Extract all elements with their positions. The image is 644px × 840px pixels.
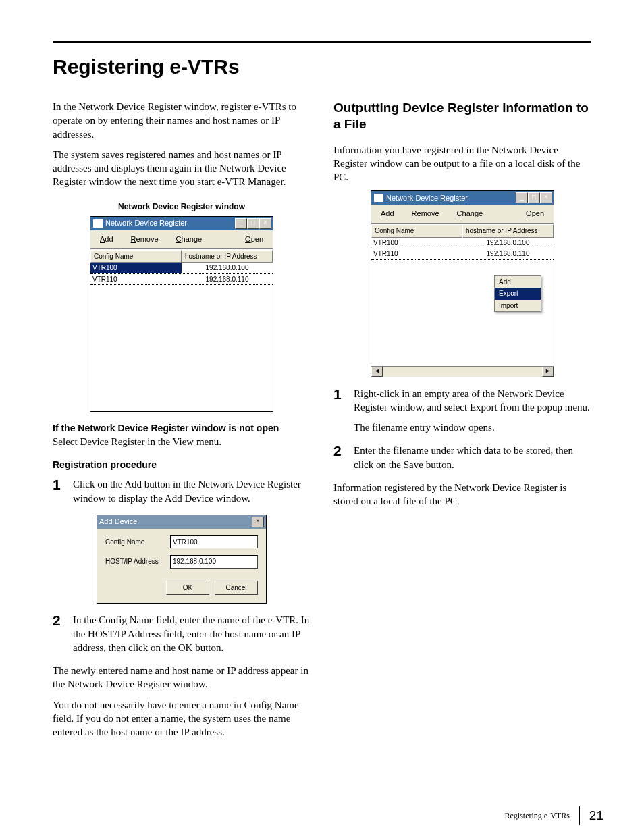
right-column: Outputting Device Register Information t… bbox=[333, 100, 591, 745]
add-button[interactable]: Add bbox=[95, 233, 119, 246]
step-number-1: 1 bbox=[333, 387, 347, 435]
maximize-button[interactable]: □ bbox=[528, 192, 540, 203]
page-footer: Registering e-VTRs 21 bbox=[505, 806, 603, 825]
window2-title-text: Network Device Register bbox=[386, 193, 468, 203]
left-column: In the Network Device Register window, r… bbox=[53, 100, 311, 745]
config-name-input[interactable]: VTR100 bbox=[170, 535, 258, 549]
open-button[interactable]: Open bbox=[240, 233, 269, 246]
change-button[interactable]: Change bbox=[171, 233, 208, 246]
footer-divider bbox=[579, 806, 580, 825]
network-device-register-window: Network Device Register _ □ × Add Remove… bbox=[90, 216, 273, 412]
step-number-2: 2 bbox=[333, 444, 347, 471]
not-open-body: Select Device Register in the View menu. bbox=[53, 436, 221, 447]
context-menu-add[interactable]: Add bbox=[495, 276, 541, 288]
table-row[interactable]: VTR110 192.168.0.110 bbox=[90, 274, 273, 286]
step-number-2: 2 bbox=[53, 613, 66, 654]
table-row[interactable]: VTR100 192.168.0.100 bbox=[90, 263, 273, 274]
app-icon bbox=[374, 194, 383, 202]
col-config-name[interactable]: Config Name bbox=[371, 224, 462, 238]
add-device-titlebar: Add Device × bbox=[97, 515, 266, 529]
intro-paragraph-1: In the Network Device Register window, r… bbox=[53, 100, 311, 141]
registration-procedure-head: Registration procedure bbox=[53, 458, 311, 471]
left-step-1: Click on the Add button in the Network D… bbox=[73, 477, 311, 505]
context-menu-import[interactable]: Import bbox=[495, 300, 541, 312]
grid-body-2[interactable]: VTR100 192.168.0.100 VTR110 192.168.0.11… bbox=[371, 238, 554, 366]
top-rule bbox=[53, 41, 591, 43]
remove-button[interactable]: Remove bbox=[406, 207, 445, 220]
table-row[interactable]: VTR100 192.168.0.100 bbox=[371, 238, 554, 249]
close-button[interactable]: × bbox=[259, 218, 271, 229]
host-ip-input[interactable]: 192.168.0.100 bbox=[170, 555, 258, 569]
intro-paragraph-2: The system saves registered names and ho… bbox=[53, 148, 311, 189]
page-title: Registering e-VTRs bbox=[53, 55, 591, 78]
col-hostname[interactable]: hostname or IP Address bbox=[182, 250, 273, 263]
close-button[interactable]: × bbox=[540, 192, 552, 203]
minimize-button[interactable]: _ bbox=[235, 218, 247, 229]
window1-titlebar: Network Device Register _ □ × bbox=[90, 217, 273, 230]
page-number: 21 bbox=[589, 808, 603, 823]
right-after: Information registered by the Network De… bbox=[333, 481, 591, 508]
table-row[interactable]: VTR110 192.168.0.110 bbox=[371, 248, 554, 260]
left-step-2: In the Config Name field, enter the name… bbox=[73, 613, 311, 654]
window1-toolbar: Add Remove Change Open bbox=[90, 230, 273, 249]
right-step-2: Enter the filename under which data to b… bbox=[354, 444, 591, 471]
remove-button[interactable]: Remove bbox=[126, 233, 164, 246]
right-step-1a: Right-click in an empty area of the Netw… bbox=[354, 387, 591, 415]
close-icon[interactable]: × bbox=[252, 517, 264, 527]
context-menu-export[interactable]: Export bbox=[495, 288, 541, 300]
right-intro: Information you have registered in the N… bbox=[333, 143, 591, 184]
cancel-button[interactable]: Cancel bbox=[215, 581, 258, 596]
step-number-1: 1 bbox=[53, 477, 66, 505]
not-open-head: If the Network Device Register window is… bbox=[53, 423, 279, 434]
window1-title-text: Network Device Register bbox=[105, 218, 187, 228]
footer-label: Registering e-VTRs bbox=[505, 811, 570, 821]
app-icon bbox=[93, 219, 103, 228]
scroll-right-icon[interactable]: ► bbox=[542, 367, 554, 377]
add-button[interactable]: Add bbox=[375, 207, 400, 220]
maximize-button[interactable]: □ bbox=[247, 218, 259, 229]
left-after-2: You do not necessarily have to enter a n… bbox=[53, 698, 311, 739]
grid-body[interactable]: VTR100 192.168.0.100 VTR110 192.168.0.11… bbox=[90, 263, 273, 411]
not-open-paragraph: If the Network Device Register window is… bbox=[53, 421, 311, 449]
col-hostname[interactable]: hostname or IP Address bbox=[462, 224, 554, 238]
right-section-title: Outputting Device Register Information t… bbox=[333, 100, 591, 132]
left-after-1: The newly entered name and host name or … bbox=[53, 664, 311, 691]
col-config-name[interactable]: Config Name bbox=[90, 250, 182, 263]
context-menu: Add Export Import bbox=[494, 275, 541, 313]
grid-header: Config Name hostname or IP Address bbox=[90, 249, 273, 263]
host-ip-label: HOST/IP Address bbox=[105, 557, 166, 567]
right-step-1b: The filename entry window opens. bbox=[354, 421, 591, 434]
window2-titlebar: Network Device Register _ □ × bbox=[371, 191, 554, 205]
open-button[interactable]: Open bbox=[520, 207, 549, 220]
config-name-label: Config Name bbox=[105, 537, 166, 547]
window1-caption: Network Device Register window bbox=[53, 201, 311, 212]
grid-header-2: Config Name hostname or IP Address bbox=[371, 224, 554, 238]
change-button[interactable]: Change bbox=[452, 207, 489, 220]
window2-toolbar: Add Remove Change Open bbox=[371, 205, 554, 224]
minimize-button[interactable]: _ bbox=[516, 192, 528, 203]
add-device-dialog: Add Device × Config Name VTR100 HOST/IP … bbox=[97, 515, 267, 604]
ok-button[interactable]: OK bbox=[166, 581, 209, 596]
horizontal-scrollbar[interactable]: ◄ ► bbox=[371, 366, 554, 377]
scroll-left-icon[interactable]: ◄ bbox=[371, 367, 383, 377]
add-device-title: Add Device bbox=[99, 517, 137, 527]
network-device-register-window-2: Network Device Register _ □ × Add Remove… bbox=[371, 190, 554, 377]
